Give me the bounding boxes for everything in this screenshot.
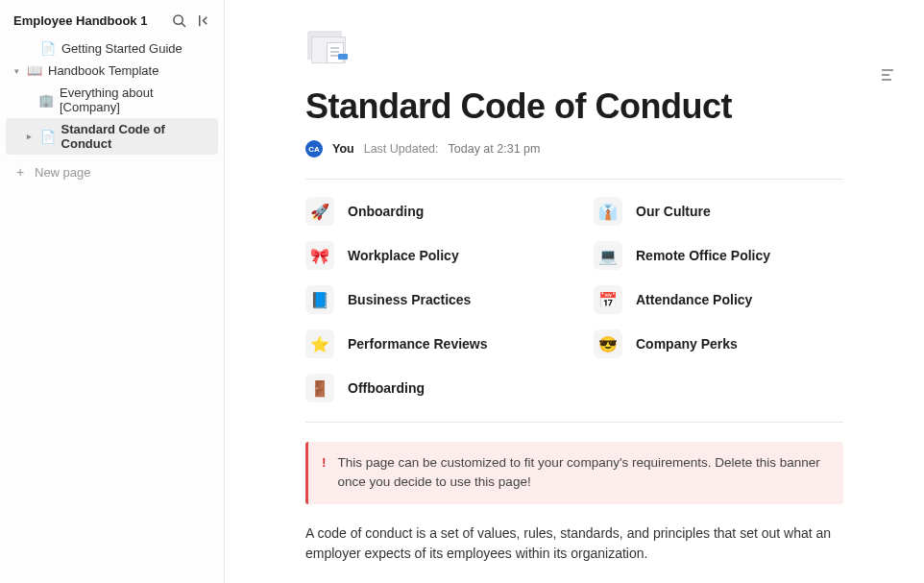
page-icon: 📄	[40, 41, 56, 56]
link-performance-reviews[interactable]: ⭐ Performance Reviews	[305, 329, 555, 358]
sidebar-item-label: Standard Code of Conduct	[61, 122, 212, 151]
ribbon-icon: 🎀	[305, 241, 334, 270]
sidebar-item-standard-code-of-conduct[interactable]: ▸ 📄 Standard Code of Conduct	[6, 118, 218, 155]
link-our-culture[interactable]: 👔 Our Culture	[594, 197, 843, 226]
search-icon[interactable]	[172, 13, 186, 28]
intro-paragraph: A code of conduct is a set of values, ru…	[305, 523, 843, 565]
link-label: Offboarding	[348, 380, 425, 396]
sidebar-item-everything-about-company[interactable]: 🏢 Everything about [Company]	[6, 82, 218, 118]
sidebar-item-label: Getting Started Guide	[61, 41, 182, 56]
link-label: Company Perks	[636, 336, 738, 352]
collapse-sidebar-icon[interactable]	[196, 13, 210, 28]
link-label: Performance Reviews	[348, 336, 488, 352]
page-title: Standard Code of Conduct	[305, 86, 843, 127]
main: Standard Code of Conduct CA You Last Upd…	[225, 0, 924, 583]
sidebar: Employee Handbook 1 📄 Getting Started Gu…	[0, 0, 225, 583]
svg-point-0	[174, 15, 182, 24]
rocket-icon: 🚀	[305, 197, 334, 226]
door-icon: 🚪	[305, 374, 334, 402]
sidebar-actions	[172, 13, 210, 28]
page-content: Standard Code of Conduct CA You Last Upd…	[305, 0, 843, 583]
page-hero-icon[interactable]	[305, 29, 352, 67]
sidebar-item-handbook-template[interactable]: ▾ 📖 Handbook Template	[6, 60, 218, 82]
workspace-title: Employee Handbook 1	[13, 13, 147, 28]
link-label: Business Practices	[348, 292, 471, 307]
link-label: Workplace Policy	[348, 248, 459, 263]
new-page-label: New page	[35, 165, 91, 180]
warning-callout: ! This page can be customized to fit you…	[305, 442, 843, 504]
link-company-perks[interactable]: 😎 Company Perks	[594, 329, 843, 358]
new-page-button[interactable]: + New page	[6, 158, 218, 185]
page-meta: CA You Last Updated: Today at 2:31 pm	[305, 140, 843, 158]
updated-label: Last Updated:	[364, 142, 439, 156]
link-onboarding[interactable]: 🚀 Onboarding	[305, 197, 555, 226]
calendar-icon: 📅	[594, 285, 622, 314]
sidebar-item-label: Handbook Template	[48, 63, 158, 78]
book-icon: 📘	[305, 285, 334, 314]
sidebar-item-getting-started[interactable]: 📄 Getting Started Guide	[6, 37, 218, 60]
plus-icon: +	[13, 164, 27, 180]
updated-time: Today at 2:31 pm	[449, 142, 541, 156]
svg-line-1	[182, 23, 185, 27]
book-icon: 📖	[27, 63, 42, 78]
sunglasses-icon: 😎	[594, 329, 622, 358]
link-label: Our Culture	[636, 204, 711, 219]
star-icon: ⭐	[305, 329, 334, 358]
callout-text: This page can be customized to fit your …	[338, 453, 831, 493]
page-icon: 📄	[40, 130, 56, 144]
exclamation-icon: !	[322, 453, 327, 493]
sidebar-item-label: Everything about [Company]	[60, 85, 212, 114]
outline-icon[interactable]	[880, 67, 895, 86]
avatar[interactable]: CA	[305, 140, 323, 158]
chevron-right-icon[interactable]: ▸	[25, 132, 35, 141]
link-label: Attendance Policy	[636, 292, 752, 307]
sidebar-header: Employee Handbook 1	[6, 8, 218, 37]
link-business-practices[interactable]: 📘 Business Practices	[305, 285, 555, 314]
building-icon: 🏢	[38, 93, 54, 108]
quick-links-grid: 🚀 Onboarding 👔 Our Culture 🎀 Workplace P…	[305, 197, 843, 402]
link-workplace-policy[interactable]: 🎀 Workplace Policy	[305, 241, 555, 270]
tie-icon: 👔	[594, 197, 622, 226]
link-remote-office-policy[interactable]: 💻 Remote Office Policy	[594, 241, 843, 270]
link-attendance-policy[interactable]: 📅 Attendance Policy	[594, 285, 843, 314]
link-offboarding[interactable]: 🚪 Offboarding	[305, 374, 555, 402]
laptop-icon: 💻	[594, 241, 622, 270]
divider	[305, 422, 843, 423]
link-label: Remote Office Policy	[636, 248, 770, 263]
divider	[305, 179, 843, 180]
link-label: Onboarding	[348, 204, 424, 219]
author-name: You	[332, 142, 354, 156]
chevron-down-icon[interactable]: ▾	[12, 66, 21, 76]
